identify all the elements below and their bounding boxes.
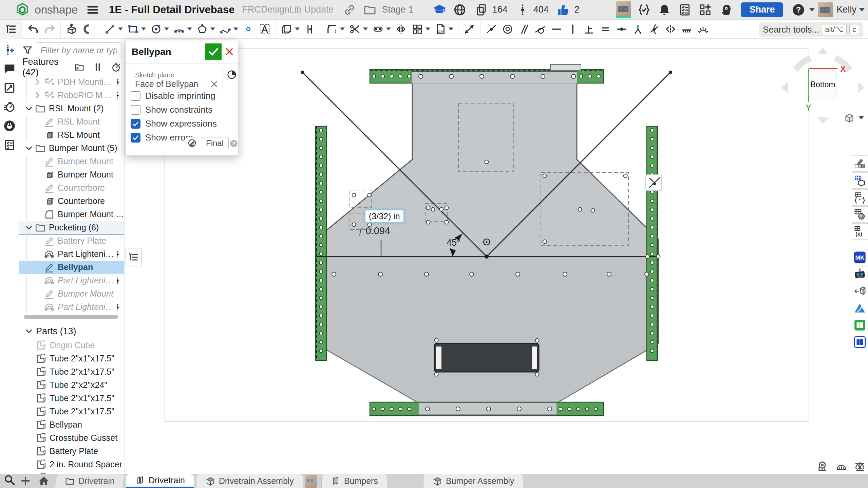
dxf-import-tool-button[interactable]: DXF bbox=[432, 21, 455, 37]
notifications-bell-icon[interactable] bbox=[658, 3, 671, 17]
circle-tool-button[interactable] bbox=[148, 21, 171, 37]
extrude-button[interactable] bbox=[63, 21, 80, 37]
chevron-right-icon[interactable] bbox=[33, 77, 43, 87]
vertical-constraint-button[interactable] bbox=[565, 21, 581, 37]
search-tools-box[interactable]: Search tools... alt/⌥ c bbox=[759, 22, 863, 37]
filter-funnel-icon[interactable] bbox=[22, 44, 33, 56]
mirror-tool-button[interactable] bbox=[393, 21, 409, 37]
dropdown-caret-icon[interactable] bbox=[233, 27, 238, 31]
drag-handle-icon[interactable] bbox=[114, 248, 121, 260]
feature-row[interactable]: Bumper Mount bbox=[19, 287, 124, 300]
dropdown-caret-icon[interactable] bbox=[340, 27, 345, 31]
horizontal-constraint-button[interactable] bbox=[548, 21, 565, 37]
dimension-value[interactable]: ƒ0.094 bbox=[358, 225, 390, 237]
document-title[interactable]: 1E - Full Detail Drivebase bbox=[109, 4, 234, 16]
view-cube-face[interactable]: Bottom bbox=[809, 70, 837, 99]
pattern-tool-button[interactable] bbox=[409, 21, 432, 37]
measure-tool-button[interactable] bbox=[461, 21, 477, 37]
final-button[interactable]: Final bbox=[201, 137, 229, 149]
tab-bumper-assembly[interactable]: Bumper Assembly bbox=[423, 474, 523, 488]
angle-dimension-value[interactable]: 45° bbox=[447, 238, 460, 248]
search-model-icon[interactable] bbox=[3, 119, 16, 132]
likes-icon[interactable] bbox=[557, 3, 570, 17]
pierce-constraint-button[interactable] bbox=[646, 21, 662, 37]
equal-constraint-button[interactable] bbox=[597, 21, 614, 37]
view-cube-caret-icon[interactable] bbox=[858, 116, 864, 119]
sheet-cam-app-button[interactable] bbox=[852, 206, 868, 223]
tab-drivetrain[interactable]: Drivetrain bbox=[126, 474, 194, 488]
clear-selection-icon[interactable] bbox=[210, 80, 219, 89]
symmetric-constraint-button[interactable] bbox=[662, 21, 679, 37]
tasks-icon[interactable] bbox=[3, 138, 16, 151]
rollback-history-icon[interactable] bbox=[111, 62, 121, 73]
redo-button[interactable] bbox=[41, 21, 58, 37]
user-menu-caret-icon[interactable] bbox=[859, 8, 865, 12]
sheet-cube-app-button[interactable] bbox=[852, 172, 868, 189]
confirm-button[interactable] bbox=[205, 43, 222, 60]
green-book-app-button[interactable] bbox=[852, 317, 868, 333]
feature-row[interactable]: Part Lightening... bbox=[19, 274, 124, 287]
pause-regeneration-icon[interactable] bbox=[92, 62, 103, 73]
feature-row[interactable]: RSL Mount bbox=[19, 128, 124, 142]
mass-properties-icon[interactable] bbox=[854, 460, 866, 472]
dropdown-caret-icon[interactable] bbox=[449, 27, 453, 31]
sheet-fx-app-button[interactable]: (x) bbox=[852, 223, 868, 240]
drag-handle-icon[interactable] bbox=[114, 76, 121, 88]
checkbox-show-constraints[interactable]: Show constraints bbox=[131, 104, 212, 115]
feature-list-flyout-button[interactable] bbox=[126, 248, 142, 266]
fix-constraint-button[interactable] bbox=[679, 21, 695, 37]
feature-row[interactable]: RSL Mount bbox=[19, 115, 124, 128]
tab-drivetrain-assembly[interactable]: Drivetrain Assembly bbox=[196, 474, 303, 488]
normal-constraint-button[interactable] bbox=[630, 21, 646, 37]
drag-handle-icon[interactable] bbox=[114, 301, 121, 313]
dropdown-caret-icon[interactable] bbox=[141, 27, 146, 31]
part-row[interactable]: Tube 2"x1"x17.5" bbox=[19, 392, 124, 405]
feature-row[interactable]: Counterbore bbox=[19, 194, 124, 208]
part-row[interactable]: Crosstube Gusset bbox=[19, 431, 124, 445]
add-tab-icon[interactable] bbox=[20, 475, 31, 487]
dropdown-caret-icon[interactable] bbox=[118, 27, 123, 31]
insert-version-icon[interactable] bbox=[3, 43, 16, 56]
fillet-tool-button[interactable] bbox=[324, 21, 347, 37]
feature-row[interactable]: Bumper Mount (5) bbox=[19, 142, 124, 155]
tab-bumpers[interactable]: Bumpers bbox=[321, 474, 387, 488]
midpoint-constraint-button[interactable] bbox=[614, 21, 630, 37]
checkbox-box[interactable] bbox=[131, 119, 140, 129]
part-row[interactable]: Tube 2"x1"x17.5" bbox=[19, 365, 124, 378]
trim-tool-button[interactable] bbox=[347, 21, 370, 37]
alloy-app-button[interactable] bbox=[852, 300, 868, 316]
appearance-editor-button[interactable] bbox=[852, 155, 868, 172]
feature-row[interactable]: Counterbore bbox=[19, 181, 124, 194]
protractor-icon[interactable] bbox=[835, 460, 848, 472]
mk-app-button[interactable]: MK bbox=[852, 249, 868, 265]
versions-icon[interactable] bbox=[516, 3, 529, 17]
feature-row[interactable]: Bumper Mount bbox=[19, 168, 124, 181]
drag-handle-icon[interactable] bbox=[114, 275, 121, 286]
comments-icon[interactable] bbox=[3, 62, 16, 75]
sketch-plane-field[interactable]: Sketch plane Face of Bellypan bbox=[131, 69, 223, 90]
parts-header[interactable]: Parts (13) bbox=[24, 325, 122, 337]
user-avatar[interactable] bbox=[818, 2, 833, 17]
dialog-help-icon[interactable]: ? bbox=[229, 139, 238, 148]
report-icon[interactable] bbox=[3, 81, 16, 94]
release-tasks-icon[interactable] bbox=[678, 3, 692, 17]
part-row[interactable]: Bellypan bbox=[19, 418, 124, 431]
concentric-constraint-button[interactable] bbox=[499, 21, 516, 37]
sketch-view-button[interactable] bbox=[186, 137, 198, 149]
cancel-button[interactable] bbox=[222, 43, 237, 60]
dropdown-caret-icon[interactable] bbox=[164, 27, 169, 31]
feature-script-icon[interactable] bbox=[637, 3, 651, 17]
tab-thumbnail[interactable] bbox=[305, 475, 317, 488]
checkbox-disable-imprinting[interactable]: Disable imprinting bbox=[131, 90, 215, 101]
main-menu-icon[interactable] bbox=[86, 3, 99, 17]
blue-book-app-button[interactable] bbox=[852, 334, 868, 350]
public-globe-icon[interactable] bbox=[453, 3, 467, 17]
dropdown-caret-icon[interactable] bbox=[426, 27, 430, 31]
rectangle-tool-button[interactable] bbox=[125, 21, 148, 37]
checkbox-box[interactable] bbox=[131, 91, 140, 101]
workspace-name[interactable]: Stage 1 bbox=[382, 4, 414, 15]
drag-handle-icon[interactable] bbox=[114, 90, 121, 101]
use-tool-button[interactable] bbox=[279, 21, 302, 37]
help-caret-icon[interactable] bbox=[809, 8, 815, 12]
chevron-down-icon[interactable] bbox=[24, 104, 34, 114]
